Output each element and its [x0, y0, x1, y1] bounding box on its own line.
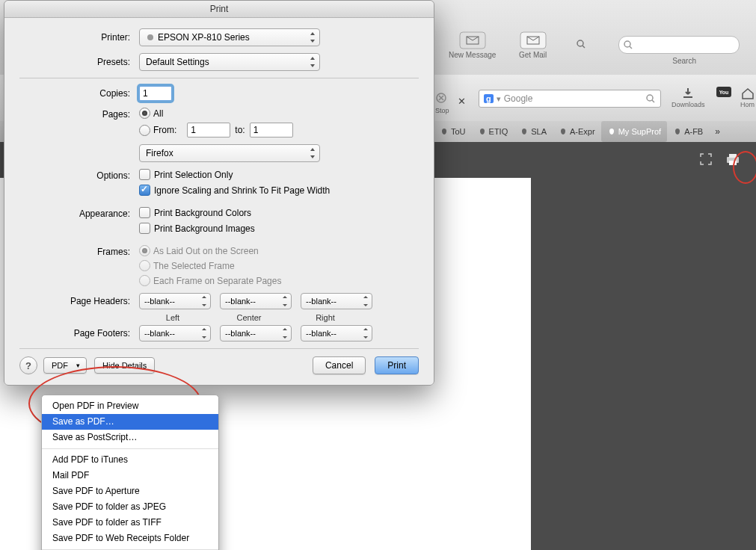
bookmark-more[interactable]: » [709, 121, 726, 142]
bookmark-tou[interactable]: ToU [434, 121, 472, 142]
new-message-button[interactable]: New Message [449, 31, 496, 59]
search-input[interactable] [618, 36, 740, 54]
stop-button[interactable] [435, 92, 449, 104]
footer-center-select[interactable]: --blank-- [220, 325, 292, 342]
footer-right-select[interactable]: --blank-- [301, 325, 372, 342]
pages-from-radio[interactable]: From: [139, 125, 176, 136]
app-select[interactable]: Firefox [139, 144, 320, 162]
menu-add-itunes[interactable]: Add PDF to iTunes [42, 452, 218, 468]
pdf-dropdown-menu: Open PDF in Preview Save as PDF… Save as… [41, 395, 219, 550]
menu-save-tiff[interactable]: Save PDF to folder as TIFF [42, 515, 218, 531]
header-right-select[interactable]: --blank-- [301, 293, 372, 309]
page-to-input[interactable] [250, 123, 293, 138]
apple-icon [478, 127, 487, 136]
copies-input[interactable] [139, 86, 172, 101]
menu-open-preview[interactable]: Open PDF in Preview [42, 398, 218, 414]
hide-details-button[interactable]: Hide Details [94, 357, 155, 374]
options-label: Options: [19, 170, 130, 181]
apple-icon [440, 127, 449, 136]
bookmark-aexpr[interactable]: A-Expr [553, 121, 601, 142]
menu-save-web[interactable]: Save PDF to Web Receipts Folder [42, 531, 218, 546]
url-search-box[interactable]: g ▾ Google [479, 90, 661, 108]
search-icon-2[interactable] [576, 39, 586, 49]
frames-laid-radio: As Laid Out on the Screen [139, 245, 281, 256]
print-dialog: Print Printer: EPSON XP-810 Series Prese… [4, 0, 434, 386]
pages-to-label: to: [235, 125, 245, 135]
close-x[interactable]: ✕ [458, 96, 466, 107]
search-icon [623, 40, 633, 50]
menu-save-as-pdf[interactable]: Save as PDF… [42, 414, 218, 430]
presets-select[interactable]: Default Settings [139, 53, 320, 71]
bg-colors-checkbox[interactable]: Print Background Colors [139, 207, 255, 218]
menu-save-jpeg[interactable]: Save PDF to folder as JPEG [42, 499, 218, 515]
download-icon [681, 87, 695, 100]
copies-label: Copies: [19, 88, 130, 99]
frames-selected-radio: The Selected Frame [139, 260, 281, 271]
fullscreen-icon[interactable] [699, 152, 713, 166]
youtube-icon: You [716, 87, 731, 97]
separator [19, 348, 419, 349]
bookmark-etiq[interactable]: ETIQ [472, 121, 514, 142]
header-left-select[interactable]: --blank-- [139, 293, 211, 309]
menu-save-aperture[interactable]: Save PDF to Aperture [42, 483, 218, 499]
footers-label: Page Footers: [19, 328, 130, 339]
cancel-button[interactable]: Cancel [313, 356, 366, 374]
col-right-label: Right [292, 313, 359, 322]
print-dialog-title: Print [4, 1, 434, 18]
menu-mail-pdf[interactable]: Mail PDF [42, 468, 218, 483]
separator [19, 78, 419, 78]
google-g-icon: g [484, 94, 494, 103]
home-icon [741, 87, 755, 100]
bg-images-checkbox[interactable]: Print Background Images [139, 223, 255, 234]
svg-point-4 [624, 41, 630, 47]
search-label: Search [672, 57, 696, 65]
presets-label: Presets: [19, 57, 130, 67]
svg-point-11 [647, 95, 653, 101]
svg-line-12 [652, 100, 654, 102]
svg-point-6 [577, 40, 583, 46]
bookmark-afb[interactable]: A-FB [667, 121, 709, 142]
downloads-button[interactable]: Downloads [672, 87, 705, 108]
col-center-label: Center [215, 313, 283, 322]
pages-label: Pages: [19, 109, 130, 120]
apple-icon [607, 127, 616, 136]
status-dot-icon [146, 33, 155, 42]
page-from-input[interactable] [187, 123, 230, 138]
envelope-icon [520, 31, 547, 49]
col-left-label: Left [139, 313, 206, 322]
print-selection-checkbox[interactable]: Print Selection Only [139, 169, 330, 180]
print-button[interactable]: Print [375, 356, 419, 374]
stop-label: Stop [435, 107, 449, 114]
printer-select[interactable]: EPSON XP-810 Series [139, 28, 320, 46]
apple-icon [559, 127, 568, 136]
footer-left-select[interactable]: --blank-- [139, 325, 211, 342]
frames-each-radio: Each Frame on Separate Pages [139, 275, 281, 286]
bookmark-mysupprof[interactable]: My SupProf [601, 121, 667, 142]
printer-label: Printer: [19, 32, 130, 43]
headers-label: Page Headers: [19, 296, 130, 306]
ignore-scaling-checkbox[interactable]: Ignore Scaling and Shrink To Fit Page Wi… [139, 185, 330, 196]
bookmark-sla[interactable]: SLA [514, 121, 553, 142]
pages-all-radio[interactable]: All [139, 108, 287, 119]
youtube-button[interactable]: You [716, 87, 731, 98]
get-mail-button[interactable]: Get Mail [519, 31, 547, 59]
apple-icon [673, 127, 682, 136]
header-center-select[interactable]: --blank-- [220, 293, 292, 309]
printer-icon[interactable] [725, 152, 741, 166]
menu-save-as-ps[interactable]: Save as PostScript… [42, 430, 218, 445]
compose-icon [459, 31, 486, 49]
svg-line-5 [630, 46, 632, 49]
frames-label: Frames: [19, 247, 130, 257]
search-icon [645, 93, 656, 104]
home-button[interactable]: Hom [740, 87, 755, 108]
svg-rect-17 [729, 161, 737, 165]
stop-icon [435, 92, 447, 104]
pdf-menu-button[interactable]: PDF [43, 357, 87, 374]
svg-rect-16 [729, 154, 737, 158]
svg-line-7 [583, 46, 585, 48]
svg-point-18 [147, 34, 153, 40]
apple-icon [520, 127, 529, 136]
appearance-label: Appearance: [19, 208, 130, 219]
svg-text:You: You [719, 90, 729, 95]
help-button[interactable]: ? [19, 356, 37, 374]
